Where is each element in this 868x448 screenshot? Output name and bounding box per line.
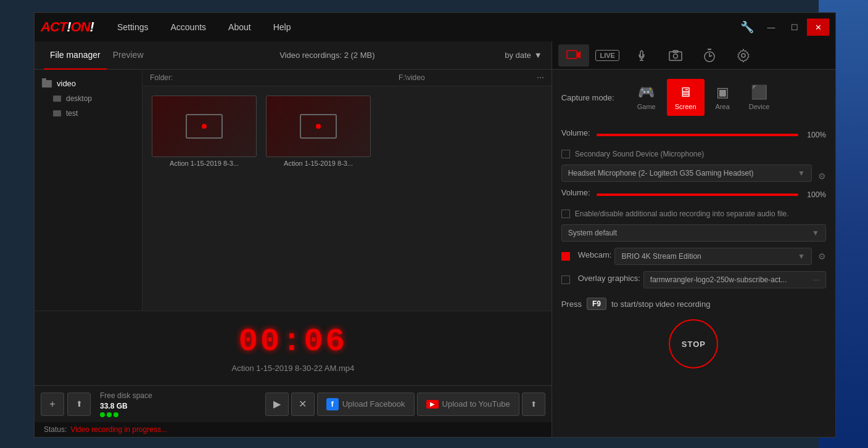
capture-game-button[interactable]: 🎮 Game xyxy=(629,79,664,116)
fm-body: video desktop test Folder: xyxy=(35,70,552,311)
capture-screen-button[interactable]: 🖥 Screen xyxy=(667,79,705,116)
rec-dot-icon-2 xyxy=(316,124,321,129)
rec-dot-icon xyxy=(202,124,207,129)
volume1-label: Volume: xyxy=(561,128,590,137)
stop-button[interactable]: STOP xyxy=(669,319,718,369)
upload-facebook-label: Upload Facebook xyxy=(342,399,405,409)
video-thumbnail-1[interactable]: Action 1-15-2019 8-3... xyxy=(152,96,257,167)
extra-upload-button[interactable]: ⬆ xyxy=(522,393,545,416)
play-button[interactable]: ▶ xyxy=(265,393,289,416)
volume1-pct: 100% xyxy=(804,131,826,139)
shortcut-row: Press F9 to start/stop video recording xyxy=(561,298,826,310)
screenshot-mode-button[interactable] xyxy=(660,44,691,67)
disk-dot-2 xyxy=(107,412,112,417)
right-panel: LIVE xyxy=(552,41,835,437)
nav-help[interactable]: Help xyxy=(268,20,296,35)
system-default-dropdown[interactable]: System default ▼ xyxy=(561,224,826,242)
stop-x-button[interactable]: ✕ xyxy=(291,393,315,416)
overlay-dropdown[interactable]: farmwrangler-logo2-250w-subscribe-act...… xyxy=(643,271,826,288)
upload-youtube-button[interactable]: ▶ Upload to YouTube xyxy=(417,393,519,416)
webcam-dropdown[interactable]: BRIO 4K Stream Edition ▼ xyxy=(614,248,812,265)
disk-space-label: Free disk space xyxy=(100,391,152,400)
monitor-icon-2 xyxy=(300,114,337,139)
nav-settings[interactable]: Settings xyxy=(112,20,154,35)
secondary-sound-row: Secondary Sound Device (Microphone) xyxy=(561,150,826,158)
secondary-sound-checkbox[interactable] xyxy=(561,150,570,158)
svg-point-5 xyxy=(673,54,677,58)
add-folder-button[interactable]: + xyxy=(41,393,64,416)
thumb-preview-2 xyxy=(266,96,371,157)
secondary-sound-label: Secondary Sound Device (Microphone) xyxy=(575,150,704,158)
nav-about[interactable]: About xyxy=(223,20,256,35)
subfolder-icon xyxy=(53,110,61,116)
volume1-slider[interactable] xyxy=(597,134,798,136)
overlay-checkbox[interactable] xyxy=(561,275,570,284)
sort-arrow-icon: ▼ xyxy=(534,51,542,60)
volume1-control: Volume: 100% xyxy=(561,128,826,141)
settings-content: Capture mode: 🎮 Game 🖥 Screen ▣ Area xyxy=(552,70,835,437)
shortcut-key-badge: F9 xyxy=(587,298,606,310)
maximize-button[interactable]: ☐ xyxy=(783,18,806,36)
status-label: Status: xyxy=(44,425,67,434)
nav-accounts[interactable]: Accounts xyxy=(165,20,211,35)
minimize-button[interactable]: — xyxy=(760,18,782,36)
microphone-settings-icon[interactable]: ⚙ xyxy=(818,171,826,181)
video-thumbnail-2[interactable]: Action 1-15-2019 8-3... xyxy=(266,96,371,167)
volume2-slider[interactable] xyxy=(597,193,798,196)
upload-facebook-button[interactable]: f Upload Facebook xyxy=(317,393,415,416)
thumb-label-2: Action 1-15-2019 8-3... xyxy=(266,160,371,167)
overlay-label: Overlay graphics: xyxy=(578,274,640,283)
shortcut-action-label: to start/stop video recording xyxy=(611,299,710,309)
main-content: File manager Preview Video recordings: 2… xyxy=(35,41,835,437)
playback-controls: ▶ ✕ f Upload Facebook ▶ Upload to YouTub… xyxy=(265,393,545,416)
system-default-arrow-icon: ▼ xyxy=(812,229,819,237)
webcam-settings-icon[interactable]: ⚙ xyxy=(818,251,826,261)
wrench-icon[interactable]: 🔧 xyxy=(740,20,754,34)
volume2-pct: 100% xyxy=(804,190,826,199)
volume1-row: Volume: 100% xyxy=(561,128,826,141)
close-button[interactable]: ✕ xyxy=(807,18,829,36)
webcam-label: Webcam: xyxy=(578,250,612,259)
capture-area-label: Area xyxy=(716,103,730,110)
settings-mode-button[interactable] xyxy=(728,44,759,67)
device-icon: ⬛ xyxy=(751,84,767,100)
webcam-device-label: BRIO 4K Stream Edition xyxy=(621,252,795,261)
more-options-icon[interactable]: ⋯ xyxy=(537,73,544,82)
volume2-fill xyxy=(597,193,798,196)
webcam-arrow-icon: ▼ xyxy=(798,252,805,261)
title-bar: ACT!ON! Settings Accounts About Help 🔧 —… xyxy=(35,13,835,41)
game-icon: 🎮 xyxy=(638,84,655,100)
extra-audio-row: Enable/disable additional audio recordin… xyxy=(561,210,826,218)
youtube-icon: ▶ xyxy=(426,400,439,409)
disk-dots xyxy=(100,412,152,417)
folder-video[interactable]: video xyxy=(35,76,142,91)
video-mode-button[interactable] xyxy=(558,44,589,67)
monitor-icon xyxy=(186,114,223,139)
import-button[interactable]: ⬆ xyxy=(67,393,91,416)
sort-control[interactable]: by date ▼ xyxy=(505,51,542,60)
status-message: Video recording in progress... xyxy=(70,425,167,434)
microphone-dropdown[interactable]: Headset Microphone (2- Logitech G35 Gami… xyxy=(561,165,812,182)
folder-test[interactable]: test xyxy=(35,106,142,121)
microphone-row: Headset Microphone (2- Logitech G35 Gami… xyxy=(561,165,826,188)
microphone-arrow-icon: ▼ xyxy=(798,169,805,177)
capture-area-button[interactable]: ▣ Area xyxy=(708,79,738,116)
extra-audio-checkbox[interactable] xyxy=(561,210,570,218)
screen-icon: 🖥 xyxy=(679,84,692,100)
live-mode-button[interactable]: LIVE xyxy=(592,44,623,67)
timer-mode-button[interactable] xyxy=(694,44,725,67)
audio-mode-button[interactable] xyxy=(626,44,657,67)
svg-rect-4 xyxy=(669,52,682,60)
timer-display: 00:06 xyxy=(239,324,347,360)
folder-icon xyxy=(42,80,52,88)
tab-file-manager[interactable]: File manager xyxy=(44,41,107,70)
thumb-preview-1 xyxy=(152,96,257,157)
shortcut-press-label: Press xyxy=(561,299,582,309)
capture-game-label: Game xyxy=(637,103,656,110)
folder-desktop[interactable]: desktop xyxy=(35,91,142,106)
folder-video-label: video xyxy=(57,79,76,88)
volume2-row: Volume: 100% xyxy=(561,188,826,201)
tab-preview[interactable]: Preview xyxy=(107,41,150,70)
capture-device-button[interactable]: ⬛ Device xyxy=(741,79,778,116)
webcam-checkbox[interactable] xyxy=(561,252,570,261)
